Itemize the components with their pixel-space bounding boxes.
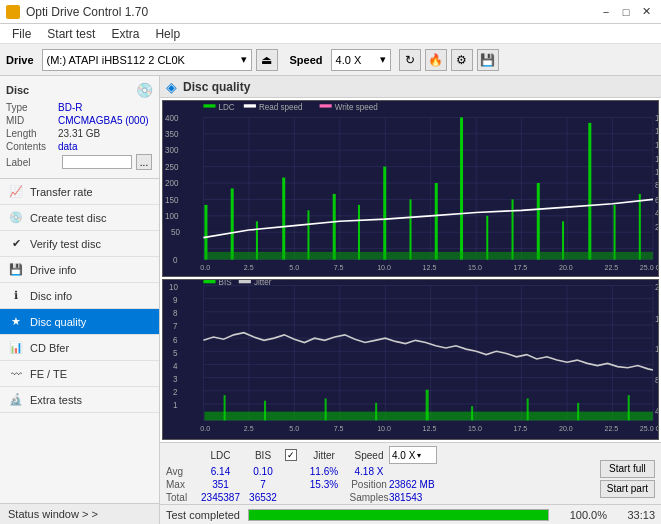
disc-panel: Disc 💿 Type BD-R MID CMCMAGBA5 (000) Len… <box>0 76 159 179</box>
disc-icon[interactable]: 💿 <box>136 82 153 98</box>
speed-display: 4.18 X <box>349 466 389 477</box>
ldc-max: 351 <box>198 479 243 490</box>
chart-header: ◈ Disc quality <box>160 76 661 98</box>
chart-header-icon: ◈ <box>166 79 177 95</box>
svg-rect-137 <box>239 280 251 283</box>
menu-file[interactable]: File <box>4 25 39 43</box>
position-label: Position <box>349 479 389 490</box>
refresh-button[interactable]: ↻ <box>399 49 421 71</box>
nav-extra-tests-label: Extra tests <box>30 394 82 406</box>
svg-text:350: 350 <box>165 129 179 139</box>
sidebar-item-extra-tests[interactable]: 🔬 Extra tests <box>0 387 159 413</box>
svg-text:150: 150 <box>165 194 179 204</box>
svg-text:5.0: 5.0 <box>289 263 299 272</box>
svg-rect-31 <box>435 183 438 260</box>
drive-selector[interactable]: (M:) ATAPI iHBS112 2 CL0K ▾ <box>42 49 252 71</box>
top-chart: 400 350 300 250 200 150 100 50 0 18X 16X… <box>162 100 659 277</box>
length-value: 23.31 GB <box>58 128 100 139</box>
nav-disc-info-label: Disc info <box>30 290 72 302</box>
svg-rect-29 <box>383 167 386 260</box>
ldc-col-header: LDC <box>198 450 243 461</box>
svg-text:100: 100 <box>165 211 179 221</box>
sidebar-item-disc-info[interactable]: ℹ Disc info <box>0 283 159 309</box>
label-browse-button[interactable]: ... <box>136 154 152 170</box>
svg-text:8%: 8% <box>655 375 658 385</box>
svg-rect-38 <box>614 205 616 260</box>
start-full-button[interactable]: Start full <box>600 460 655 478</box>
type-label: Type <box>6 102 58 113</box>
svg-text:22.5: 22.5 <box>604 263 618 272</box>
sidebar-item-drive-info[interactable]: 💾 Drive info <box>0 257 159 283</box>
svg-text:50: 50 <box>171 227 180 237</box>
svg-text:10.0: 10.0 <box>377 424 391 433</box>
stats-left: LDC BIS ✓ Jitter Speed 4.0 X ▾ <box>166 446 600 501</box>
svg-rect-103 <box>375 403 377 421</box>
drive-info-icon: 💾 <box>8 262 24 278</box>
nav-cd-bfer-label: CD Bfer <box>30 342 69 354</box>
start-part-button[interactable]: Start part <box>600 480 655 498</box>
save-button[interactable]: 💾 <box>477 49 499 71</box>
sidebar-item-transfer-rate[interactable]: 📈 Transfer rate <box>0 179 159 205</box>
svg-text:20%: 20% <box>655 282 658 292</box>
svg-text:4: 4 <box>173 360 178 370</box>
samples-val: 381543 <box>389 492 449 503</box>
sidebar-item-fe-te[interactable]: 〰 FE / TE <box>0 361 159 387</box>
svg-rect-39 <box>639 194 641 260</box>
eject-button[interactable]: ⏏ <box>256 49 278 71</box>
svg-text:25.0 GB: 25.0 GB <box>640 424 658 433</box>
settings-button[interactable]: ⚙ <box>451 49 473 71</box>
minimize-button[interactable]: − <box>597 3 615 21</box>
bottom-chart: 10 9 8 7 6 5 4 3 2 1 20% 16% 12% 8% 4% <box>162 279 659 440</box>
svg-text:Write speed: Write speed <box>335 101 378 111</box>
sidebar: Disc 💿 Type BD-R MID CMCMAGBA5 (000) Len… <box>0 76 160 524</box>
svg-text:15.0: 15.0 <box>468 263 482 272</box>
chart-speed-selector[interactable]: 4.0 X ▾ <box>389 446 437 464</box>
menu-extra[interactable]: Extra <box>103 25 147 43</box>
svg-text:0: 0 <box>173 255 178 265</box>
svg-text:4X: 4X <box>655 208 658 218</box>
close-button[interactable]: ✕ <box>637 3 655 21</box>
svg-text:12%: 12% <box>655 344 658 354</box>
svg-text:0.0: 0.0 <box>200 263 210 272</box>
menu-help[interactable]: Help <box>147 25 188 43</box>
svg-text:25.0 GB: 25.0 GB <box>640 263 658 272</box>
progress-fill <box>249 510 548 520</box>
sidebar-item-create-test-disc[interactable]: 💿 Create test disc <box>0 205 159 231</box>
maximize-button[interactable]: □ <box>617 3 635 21</box>
app-title: Opti Drive Control 1.70 <box>26 5 148 19</box>
verify-test-disc-icon: ✔ <box>8 236 24 252</box>
jitter-checkbox[interactable]: ✓ <box>285 449 297 461</box>
speed-selector[interactable]: 4.0 X ▾ <box>331 49 391 71</box>
jitter-avg: 11.6% <box>299 466 349 477</box>
sidebar-item-cd-bfer[interactable]: 📊 CD Bfer <box>0 335 159 361</box>
nav-transfer-rate-label: Transfer rate <box>30 186 93 198</box>
svg-text:18X: 18X <box>655 112 658 122</box>
svg-text:1: 1 <box>173 400 178 410</box>
svg-text:0.0: 0.0 <box>200 424 210 433</box>
status-window-button[interactable]: Status window > > <box>0 503 159 524</box>
fe-te-icon: 〰 <box>8 366 24 382</box>
start-buttons: Start full Start part <box>600 456 655 501</box>
menu-start-test[interactable]: Start test <box>39 25 103 43</box>
svg-rect-22 <box>204 205 207 260</box>
nav-verify-test-disc-label: Verify test disc <box>30 238 101 250</box>
chart-speed-value: 4.0 X <box>392 450 415 461</box>
sidebar-item-verify-test-disc[interactable]: ✔ Verify test disc <box>0 231 159 257</box>
title-bar: Opti Drive Control 1.70 − □ ✕ <box>0 0 661 24</box>
label-input[interactable] <box>62 155 132 169</box>
jitter-max: 15.3% <box>299 479 349 490</box>
svg-rect-37 <box>588 123 591 260</box>
nav-drive-info-label: Drive info <box>30 264 76 276</box>
svg-text:12.5: 12.5 <box>423 424 437 433</box>
jitter-col-header: Jitter <box>299 450 349 461</box>
drive-combo-arrow: ▾ <box>241 53 247 66</box>
speed-value: 4.0 X <box>336 54 362 66</box>
burn-button[interactable]: 🔥 <box>425 49 447 71</box>
ldc-total: 2345387 <box>198 492 243 503</box>
chart-header-title: Disc quality <box>183 80 250 94</box>
samples-label: Samples <box>349 492 389 503</box>
svg-rect-135 <box>203 280 215 283</box>
svg-text:7.5: 7.5 <box>334 263 344 272</box>
sidebar-item-disc-quality[interactable]: ★ Disc quality <box>0 309 159 335</box>
disc-info-icon: ℹ <box>8 288 24 304</box>
